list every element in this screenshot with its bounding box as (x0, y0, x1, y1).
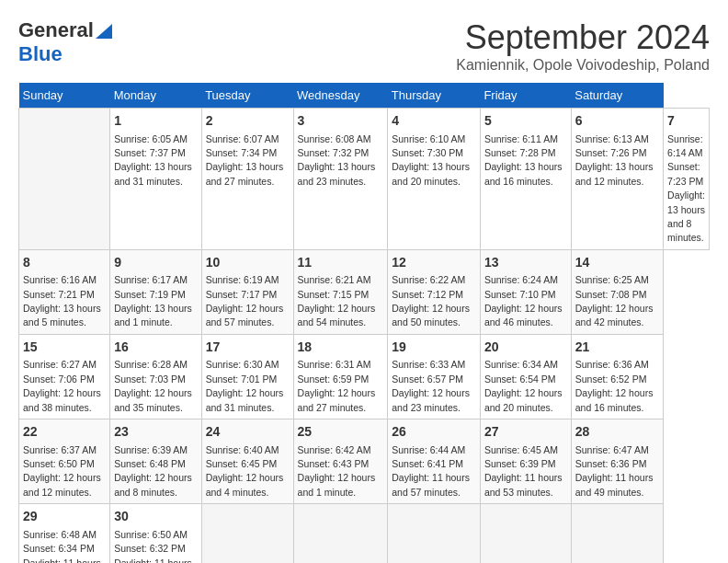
calendar-cell: 3Sunrise: 6:08 AMSunset: 7:32 PMDaylight… (293, 109, 388, 250)
day-number: 3 (298, 112, 384, 131)
calendar-cell: 14Sunrise: 6:25 AMSunset: 7:08 PMDayligh… (571, 249, 663, 334)
title-area: September 2024 Kamiennik, Opole Voivodes… (456, 18, 710, 74)
day-of-week-header: Monday (110, 83, 201, 109)
calendar-week-row: 1Sunrise: 6:05 AMSunset: 7:37 PMDaylight… (19, 109, 710, 250)
calendar-cell (388, 504, 481, 563)
calendar-cell: 15Sunrise: 6:27 AMSunset: 7:06 PMDayligh… (19, 334, 110, 419)
day-info: Sunrise: 6:50 AMSunset: 6:32 PMDaylight:… (114, 529, 192, 563)
calendar-cell: 13Sunrise: 6:24 AMSunset: 7:10 PMDayligh… (480, 249, 571, 334)
day-number: 24 (206, 423, 290, 442)
day-info: Sunrise: 6:10 AMSunset: 7:30 PMDaylight:… (392, 133, 470, 187)
calendar-cell: 10Sunrise: 6:19 AMSunset: 7:17 PMDayligh… (201, 249, 293, 334)
day-number: 16 (114, 339, 197, 357)
calendar-cell: 25Sunrise: 6:42 AMSunset: 6:43 PMDayligh… (293, 419, 388, 504)
calendar-cell: 27Sunrise: 6:45 AMSunset: 6:39 PMDayligh… (480, 419, 571, 504)
day-info: Sunrise: 6:25 AMSunset: 7:08 PMDaylight:… (575, 274, 654, 327)
logo: General Blue (18, 18, 112, 66)
day-info: Sunrise: 6:31 AMSunset: 6:59 PMDaylight:… (298, 359, 376, 412)
calendar-cell: 21Sunrise: 6:36 AMSunset: 6:52 PMDayligh… (571, 334, 663, 419)
calendar-cell: 20Sunrise: 6:34 AMSunset: 6:54 PMDayligh… (480, 334, 571, 419)
day-info: Sunrise: 6:19 AMSunset: 7:17 PMDaylight:… (206, 274, 284, 327)
day-info: Sunrise: 6:36 AMSunset: 6:52 PMDaylight:… (575, 359, 654, 412)
day-number: 10 (206, 254, 290, 272)
day-info: Sunrise: 6:22 AMSunset: 7:12 PMDaylight:… (392, 274, 470, 327)
calendar-week-row: 15Sunrise: 6:27 AMSunset: 7:06 PMDayligh… (19, 334, 710, 419)
calendar-cell: 26Sunrise: 6:44 AMSunset: 6:41 PMDayligh… (388, 419, 481, 504)
calendar-cell: 28Sunrise: 6:47 AMSunset: 6:36 PMDayligh… (571, 419, 663, 504)
day-of-week-header: Friday (480, 83, 571, 109)
calendar-cell: 1Sunrise: 6:05 AMSunset: 7:37 PMDaylight… (110, 109, 201, 250)
calendar-cell: 24Sunrise: 6:40 AMSunset: 6:45 PMDayligh… (201, 419, 293, 504)
day-number: 15 (23, 339, 106, 357)
calendar-cell (571, 504, 663, 563)
calendar-cell: 9Sunrise: 6:17 AMSunset: 7:19 PMDaylight… (110, 249, 201, 334)
logo-general: General (18, 18, 94, 42)
day-info: Sunrise: 6:39 AMSunset: 6:48 PMDaylight:… (114, 444, 192, 498)
day-number: 13 (484, 254, 567, 272)
day-info: Sunrise: 6:07 AMSunset: 7:34 PMDaylight:… (206, 133, 284, 187)
day-number: 6 (575, 112, 659, 131)
calendar-cell: 22Sunrise: 6:37 AMSunset: 6:50 PMDayligh… (19, 419, 110, 504)
calendar-cell: 8Sunrise: 6:16 AMSunset: 7:21 PMDaylight… (19, 249, 110, 334)
logo-triangle-icon (96, 18, 112, 39)
day-of-week-header: Tuesday (201, 83, 293, 109)
day-number: 12 (392, 254, 476, 272)
day-number: 25 (298, 423, 384, 442)
day-number: 26 (392, 423, 476, 442)
calendar-week-row: 8Sunrise: 6:16 AMSunset: 7:21 PMDaylight… (19, 249, 710, 334)
day-info: Sunrise: 6:48 AMSunset: 6:34 PMDaylight:… (23, 529, 101, 563)
calendar-cell (293, 504, 388, 563)
day-info: Sunrise: 6:30 AMSunset: 7:01 PMDaylight:… (206, 359, 284, 412)
day-number: 28 (575, 423, 659, 442)
day-number: 22 (23, 423, 106, 442)
calendar-header-row: SundayMondayTuesdayWednesdayThursdayFrid… (19, 83, 710, 109)
calendar-body: 1Sunrise: 6:05 AMSunset: 7:37 PMDaylight… (19, 109, 710, 564)
day-info: Sunrise: 6:17 AMSunset: 7:19 PMDaylight:… (114, 274, 192, 327)
day-info: Sunrise: 6:14 AMSunset: 7:23 PMDaylight:… (667, 133, 705, 244)
day-number: 4 (392, 112, 476, 131)
day-of-week-header: Wednesday (293, 83, 388, 109)
calendar-cell: 18Sunrise: 6:31 AMSunset: 6:59 PMDayligh… (293, 334, 388, 419)
day-number: 9 (114, 254, 197, 272)
day-info: Sunrise: 6:16 AMSunset: 7:21 PMDaylight:… (23, 274, 101, 327)
day-number: 23 (114, 423, 197, 442)
calendar-cell: 11Sunrise: 6:21 AMSunset: 7:15 PMDayligh… (293, 249, 388, 334)
day-info: Sunrise: 6:08 AMSunset: 7:32 PMDaylight:… (298, 133, 376, 187)
day-of-week-header: Saturday (571, 83, 663, 109)
day-info: Sunrise: 6:05 AMSunset: 7:37 PMDaylight:… (114, 133, 192, 187)
calendar-cell: 6Sunrise: 6:13 AMSunset: 7:26 PMDaylight… (571, 109, 663, 250)
day-number: 18 (298, 339, 384, 357)
day-number: 19 (392, 339, 476, 357)
calendar-cell: 30Sunrise: 6:50 AMSunset: 6:32 PMDayligh… (110, 504, 201, 563)
svg-marker-0 (96, 24, 112, 39)
day-number: 27 (484, 423, 567, 442)
calendar-table: SundayMondayTuesdayWednesdayThursdayFrid… (18, 83, 710, 563)
calendar-cell: 29Sunrise: 6:48 AMSunset: 6:34 PMDayligh… (19, 504, 110, 563)
calendar-cell: 16Sunrise: 6:28 AMSunset: 7:03 PMDayligh… (110, 334, 201, 419)
day-number: 5 (484, 112, 567, 131)
logo-blue: Blue (18, 42, 63, 65)
day-info: Sunrise: 6:37 AMSunset: 6:50 PMDaylight:… (23, 444, 101, 498)
calendar-cell: 2Sunrise: 6:07 AMSunset: 7:34 PMDaylight… (201, 109, 293, 250)
day-info: Sunrise: 6:28 AMSunset: 7:03 PMDaylight:… (114, 359, 192, 412)
day-of-week-header: Sunday (19, 83, 110, 109)
day-info: Sunrise: 6:24 AMSunset: 7:10 PMDaylight:… (484, 274, 563, 327)
day-number: 7 (667, 112, 705, 131)
day-number: 1 (114, 112, 197, 131)
day-info: Sunrise: 6:45 AMSunset: 6:39 PMDaylight:… (484, 444, 563, 498)
calendar-cell: 7Sunrise: 6:14 AMSunset: 7:23 PMDaylight… (664, 109, 710, 250)
day-info: Sunrise: 6:47 AMSunset: 6:36 PMDaylight:… (575, 444, 654, 498)
location-subtitle: Kamiennik, Opole Voivodeship, Poland (456, 57, 710, 74)
day-number: 21 (575, 339, 659, 357)
day-info: Sunrise: 6:33 AMSunset: 6:57 PMDaylight:… (392, 359, 470, 412)
calendar-cell: 23Sunrise: 6:39 AMSunset: 6:48 PMDayligh… (110, 419, 201, 504)
calendar-cell: 19Sunrise: 6:33 AMSunset: 6:57 PMDayligh… (388, 334, 481, 419)
day-number: 8 (23, 254, 106, 272)
calendar-cell: 4Sunrise: 6:10 AMSunset: 7:30 PMDaylight… (388, 109, 481, 250)
day-info: Sunrise: 6:42 AMSunset: 6:43 PMDaylight:… (298, 444, 376, 498)
day-number: 14 (575, 254, 659, 272)
day-number: 2 (206, 112, 290, 131)
calendar-week-row: 29Sunrise: 6:48 AMSunset: 6:34 PMDayligh… (19, 504, 710, 563)
calendar-cell-empty (19, 109, 110, 250)
day-of-week-header: Thursday (388, 83, 481, 109)
